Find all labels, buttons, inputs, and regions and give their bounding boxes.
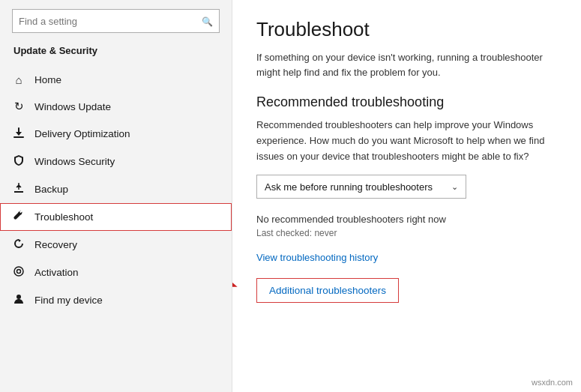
delivery-icon — [12, 127, 25, 141]
page-description: If something on your device isn't workin… — [256, 50, 557, 79]
additional-troubleshooters-button[interactable]: Additional troubleshooters — [256, 278, 399, 303]
dropdown-label: Ask me before running troubleshooters — [265, 181, 433, 193]
sidebar-item-label: Home — [34, 74, 61, 85]
sidebar-item-delivery-optimization[interactable]: Delivery Optimization — [0, 120, 232, 148]
main-content: Troubleshoot If something on your device… — [232, 0, 581, 392]
home-icon — [12, 73, 25, 86]
sidebar-header — [0, 0, 232, 39]
no-troubleshooters-text: No recommended troubleshooters right now — [256, 214, 557, 225]
finddevice-icon — [12, 293, 25, 307]
sidebar-item-windows-update[interactable]: ↻ Windows Update — [0, 93, 232, 120]
sidebar-item-home[interactable]: Home — [0, 67, 232, 93]
sidebar-section-title: Update & Security — [12, 45, 220, 56]
recovery-icon — [12, 238, 25, 252]
svg-point-2 — [14, 267, 23, 276]
chevron-down-icon: ⌄ — [451, 182, 458, 192]
sidebar-item-label: Backup — [34, 184, 68, 195]
troubleshoot-dropdown[interactable]: Ask me before running troubleshooters ⌄ — [256, 175, 466, 199]
refresh-icon: ↻ — [12, 100, 25, 113]
sidebar-nav: Home ↻ Windows Update Delivery Optimizat… — [0, 67, 232, 392]
svg-point-4 — [16, 295, 21, 299]
sidebar-item-label: Activation — [34, 267, 79, 278]
sidebar-item-backup[interactable]: Backup — [0, 175, 232, 203]
sidebar: Update & Security Home ↻ Windows Update … — [0, 0, 232, 392]
page-title: Troubleshoot — [256, 18, 557, 41]
sidebar-item-activation[interactable]: Activation — [0, 259, 232, 286]
red-arrow-annotation — [232, 233, 256, 293]
arrow-annotation-container: Additional troubleshooters — [256, 278, 557, 303]
sidebar-item-label: Find my device — [34, 295, 103, 306]
sidebar-item-label: Recovery — [34, 239, 77, 250]
sidebar-item-label: Troubleshoot — [34, 211, 93, 223]
recommended-section-desc: Recommended troubleshooters can help imp… — [256, 118, 557, 164]
sidebar-item-troubleshoot[interactable]: Troubleshoot — [0, 203, 232, 231]
svg-rect-1 — [14, 191, 23, 193]
sidebar-item-windows-security[interactable]: Windows Security — [0, 148, 232, 175]
sidebar-item-find-my-device[interactable]: Find my device — [0, 286, 232, 314]
recommended-section-title: Recommended troubleshooting — [256, 94, 557, 110]
backup-icon — [12, 182, 25, 196]
view-history-link[interactable]: View troubleshooting history — [256, 252, 557, 263]
sidebar-item-label: Delivery Optimization — [34, 128, 130, 139]
search-input[interactable] — [19, 16, 202, 27]
shield-icon — [12, 154, 25, 169]
svg-point-3 — [17, 270, 21, 274]
search-box[interactable] — [12, 9, 220, 33]
watermark: wsxdn.com — [529, 377, 575, 388]
search-icon — [202, 16, 213, 27]
troubleshoot-icon — [12, 210, 25, 224]
sidebar-item-recovery[interactable]: Recovery — [0, 231, 232, 259]
activation-icon — [12, 265, 25, 280]
sidebar-item-label: Windows Security — [34, 156, 115, 167]
last-checked-text: Last checked: never — [256, 228, 557, 238]
svg-rect-0 — [13, 136, 24, 138]
sidebar-item-label: Windows Update — [34, 101, 111, 112]
